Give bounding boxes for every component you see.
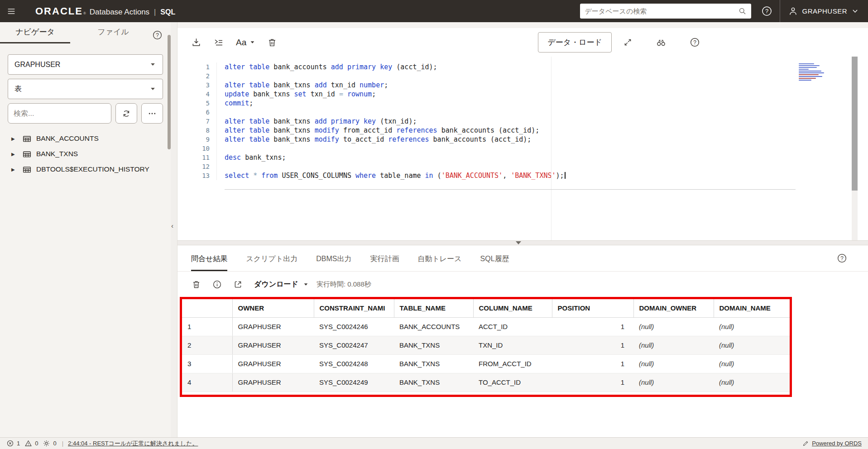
download-script-icon[interactable] <box>191 37 201 48</box>
code-line[interactable]: 7alter table bank_txns add primary key (… <box>177 117 868 126</box>
column-header[interactable]: POSITION <box>552 299 633 317</box>
table-row[interactable]: 1GRAPHUSERSYS_C0024246BANK_ACCOUNTSACCT_… <box>182 317 790 336</box>
table-cell[interactable]: SYS_C0024248 <box>314 354 394 373</box>
table-cell[interactable]: (null) <box>714 336 790 354</box>
table-cell[interactable]: 1 <box>552 373 633 392</box>
editor-scrollbar[interactable] <box>852 57 858 240</box>
user-menu[interactable]: GRAPHUSER <box>780 0 868 22</box>
table-cell[interactable]: (null) <box>714 373 790 392</box>
code-line[interactable]: 6 <box>177 108 868 117</box>
tree-item-bank-accounts[interactable]: ▶ BANK_ACCOUNTS <box>8 131 163 146</box>
editor-help-icon[interactable]: ? <box>690 37 700 48</box>
code-line[interactable]: 2 <box>177 72 868 81</box>
column-header[interactable]: TABLE_NAME <box>394 299 473 317</box>
tab-sql-history[interactable]: SQL履歴 <box>480 254 509 271</box>
sql-editor[interactable]: 1alter table bank_accounts add primary k… <box>177 57 868 240</box>
column-header[interactable]: OWNER <box>232 299 314 317</box>
code-line[interactable]: 3alter table bank_txns add txn_id number… <box>177 81 868 90</box>
row-number-cell[interactable]: 1 <box>182 317 232 336</box>
table-cell[interactable]: BANK_ACCOUNTS <box>394 317 473 336</box>
code-line[interactable]: 11desc bank_txns; <box>177 153 868 162</box>
code-line[interactable]: 5commit; <box>177 99 868 108</box>
tab-script-output[interactable]: スクリプト出力 <box>246 254 297 271</box>
run-script-icon[interactable] <box>213 37 224 48</box>
code-line[interactable]: 9alter table bank_txns modify to_acct_id… <box>177 135 868 144</box>
editor-scrollbar-thumb[interactable] <box>852 57 858 191</box>
refresh-button[interactable] <box>115 103 137 124</box>
column-header[interactable]: DOMAIN_OWNER <box>633 299 714 317</box>
open-in-new-icon[interactable] <box>233 280 243 289</box>
table-cell[interactable]: 1 <box>552 354 633 373</box>
process-counter[interactable]: 0 <box>43 439 56 447</box>
tab-query-result[interactable]: 問合せ結果 <box>191 254 227 271</box>
object-type-select[interactable]: 表 <box>8 79 163 99</box>
table-cell[interactable]: (null) <box>714 317 790 336</box>
tree-item-bank-txns[interactable]: ▶ BANK_TXNS <box>8 146 163 162</box>
tab-navigator[interactable]: ナビゲータ <box>0 27 70 43</box>
more-actions-button[interactable] <box>141 103 163 124</box>
table-cell[interactable]: GRAPHUSER <box>232 336 314 354</box>
table-cell[interactable]: GRAPHUSER <box>232 373 314 392</box>
caret-right-icon[interactable]: ▶ <box>11 167 18 172</box>
column-header[interactable]: COLUMN_NAME <box>473 299 552 317</box>
tab-explain-plan[interactable]: 実行計画 <box>370 254 399 271</box>
results-splitter[interactable] <box>177 240 868 245</box>
code-line[interactable]: 1alter table bank_accounts add primary k… <box>177 62 868 72</box>
table-cell[interactable]: TO_ACCT_ID <box>473 373 552 392</box>
code-line[interactable]: 13select * from USER_CONS_COLUMNS where … <box>177 171 868 180</box>
table-cell[interactable]: SYS_C0024246 <box>314 317 394 336</box>
row-number-cell[interactable]: 3 <box>182 354 232 373</box>
clear-worksheet-icon[interactable] <box>267 38 277 48</box>
table-cell[interactable]: (null) <box>633 354 714 373</box>
sidebar-scrollbar-thumb[interactable] <box>168 35 171 149</box>
table-cell[interactable]: (null) <box>714 354 790 373</box>
sidebar-help-icon[interactable]: ? <box>152 30 163 40</box>
status-message-link[interactable]: 2:44:04 - RESTコールが正常に解決されました。 <box>68 439 198 448</box>
code-line[interactable]: 10 <box>177 144 868 153</box>
tab-autotrace[interactable]: 自動トレース <box>417 254 461 271</box>
object-search-input[interactable] <box>14 110 106 118</box>
splitter-grip-icon[interactable] <box>516 241 521 244</box>
column-header[interactable]: CONSTRAINT_NAMI <box>314 299 394 317</box>
code-line[interactable]: 8alter table bank_txns modify from_acct_… <box>177 126 868 135</box>
table-row[interactable]: 3GRAPHUSERSYS_C0024248BANK_TXNSFROM_ACCT… <box>182 354 790 373</box>
table-cell[interactable]: GRAPHUSER <box>232 354 314 373</box>
caret-right-icon[interactable]: ▶ <box>11 136 18 141</box>
database-search-input[interactable] <box>585 7 738 15</box>
table-cell[interactable]: (null) <box>633 373 714 392</box>
search-icon[interactable] <box>738 7 747 15</box>
results-help-icon[interactable]: ? <box>837 253 847 263</box>
table-cell[interactable]: 1 <box>552 317 633 336</box>
find-binoculars-icon[interactable] <box>656 37 667 48</box>
table-cell[interactable]: BANK_TXNS <box>394 336 473 354</box>
table-cell[interactable]: FROM_ACCT_ID <box>473 354 552 373</box>
tab-dbms-output[interactable]: DBMS出力 <box>316 254 351 271</box>
table-row[interactable]: 2GRAPHUSERSYS_C0024247BANK_TXNSTXN_ID1(n… <box>182 336 790 354</box>
warning-counter[interactable]: 0 <box>24 439 38 447</box>
info-icon[interactable] <box>212 280 222 289</box>
help-icon[interactable]: ? <box>761 5 772 17</box>
caret-right-icon[interactable]: ▶ <box>11 152 18 157</box>
tree-item-dbtools-execution-history[interactable]: ▶ DBTOOLS$EXECUTION_HISTORY <box>8 162 163 177</box>
expand-icon[interactable] <box>623 38 633 47</box>
tab-files[interactable]: ファイル <box>88 27 138 43</box>
table-cell[interactable]: (null) <box>633 317 714 336</box>
row-number-cell[interactable]: 2 <box>182 336 232 354</box>
table-cell[interactable]: 1 <box>552 336 633 354</box>
table-cell[interactable]: SYS_C0024249 <box>314 373 394 392</box>
powered-by-ords-link[interactable]: Powered by ORDS <box>812 440 862 447</box>
table-cell[interactable]: ACCT_ID <box>473 317 552 336</box>
download-results-button[interactable]: ダウンロード <box>254 280 309 289</box>
error-counter[interactable]: 1 <box>6 439 20 447</box>
code-line[interactable]: 12 <box>177 162 868 171</box>
schema-select[interactable]: GRAPHUSER <box>8 54 163 75</box>
code-area[interactable]: 1alter table bank_accounts add primary k… <box>177 57 868 180</box>
collapse-sidebar-icon[interactable]: ‹ <box>171 222 173 229</box>
row-number-cell[interactable]: 4 <box>182 373 232 392</box>
sidebar-splitter[interactable]: ‹ <box>171 22 177 437</box>
column-header[interactable]: DOMAIN_NAME <box>714 299 790 317</box>
table-cell[interactable]: (null) <box>633 336 714 354</box>
table-cell[interactable]: TXN_ID <box>473 336 552 354</box>
table-cell[interactable]: BANK_TXNS <box>394 373 473 392</box>
data-load-button[interactable]: データ・ロード <box>538 32 612 53</box>
